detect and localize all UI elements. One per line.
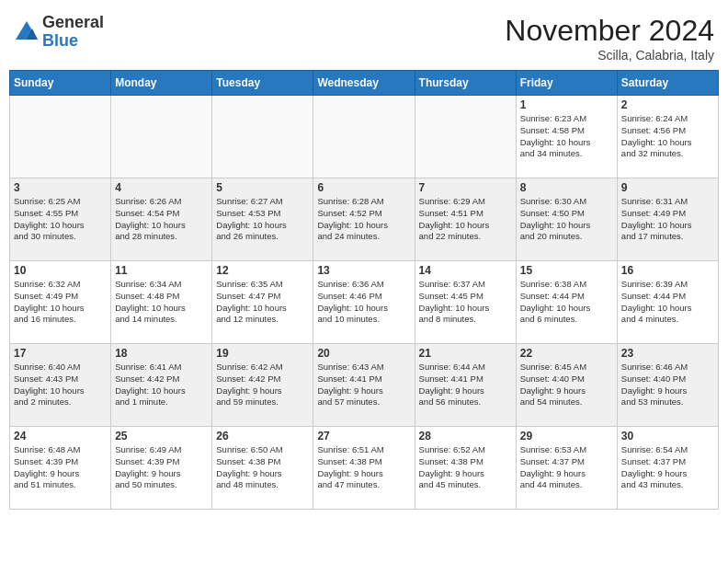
calendar-cell: 19Sunrise: 6:42 AM Sunset: 4:42 PM Dayli…	[212, 344, 313, 427]
day-info: Sunrise: 6:31 AM Sunset: 4:49 PM Dayligh…	[621, 196, 714, 243]
calendar-cell: 27Sunrise: 6:51 AM Sunset: 4:38 PM Dayli…	[313, 427, 415, 510]
day-number: 25	[115, 430, 208, 442]
day-info: Sunrise: 6:32 AM Sunset: 4:49 PM Dayligh…	[14, 279, 107, 326]
calendar-cell: 29Sunrise: 6:53 AM Sunset: 4:37 PM Dayli…	[516, 427, 617, 510]
day-number: 21	[419, 347, 512, 360]
calendar-cell: 16Sunrise: 6:39 AM Sunset: 4:44 PM Dayli…	[617, 261, 718, 344]
calendar-cell: 26Sunrise: 6:50 AM Sunset: 4:38 PM Dayli…	[212, 427, 313, 510]
calendar-table: SundayMondayTuesdayWednesdayThursdayFrid…	[9, 70, 719, 510]
calendar-body: 1Sunrise: 6:23 AM Sunset: 4:58 PM Daylig…	[10, 96, 719, 510]
day-number: 22	[520, 347, 613, 360]
day-info: Sunrise: 6:39 AM Sunset: 4:44 PM Dayligh…	[621, 279, 714, 326]
day-number: 12	[216, 264, 309, 277]
calendar-cell	[212, 96, 313, 178]
day-number: 18	[115, 347, 208, 360]
calendar-cell: 9Sunrise: 6:31 AM Sunset: 4:49 PM Daylig…	[617, 178, 718, 261]
day-number: 30	[621, 430, 714, 442]
day-info: Sunrise: 6:41 AM Sunset: 4:42 PM Dayligh…	[115, 362, 208, 408]
logo-blue-label: Blue	[42, 32, 104, 51]
month-title: November 2024	[505, 14, 714, 48]
calendar-cell: 22Sunrise: 6:45 AM Sunset: 4:40 PM Dayli…	[516, 344, 617, 427]
calendar-cell	[10, 96, 111, 178]
calendar-cell	[313, 96, 415, 178]
day-number: 13	[317, 264, 410, 277]
day-number: 7	[419, 181, 512, 194]
day-number: 6	[317, 181, 410, 194]
day-info: Sunrise: 6:29 AM Sunset: 4:51 PM Dayligh…	[419, 196, 512, 243]
calendar-cell: 25Sunrise: 6:49 AM Sunset: 4:39 PM Dayli…	[111, 427, 212, 510]
calendar-cell: 1Sunrise: 6:23 AM Sunset: 4:58 PM Daylig…	[516, 96, 617, 178]
day-number: 15	[520, 264, 613, 277]
day-number: 29	[520, 430, 613, 442]
calendar-week-row: 10Sunrise: 6:32 AM Sunset: 4:49 PM Dayli…	[10, 261, 719, 344]
calendar-cell	[415, 96, 516, 178]
day-info: Sunrise: 6:26 AM Sunset: 4:54 PM Dayligh…	[115, 196, 208, 243]
day-number: 14	[419, 264, 512, 277]
day-info: Sunrise: 6:44 AM Sunset: 4:41 PM Dayligh…	[419, 362, 512, 408]
calendar-cell: 21Sunrise: 6:44 AM Sunset: 4:41 PM Dayli…	[415, 344, 516, 427]
day-number: 27	[317, 430, 410, 442]
day-info: Sunrise: 6:43 AM Sunset: 4:41 PM Dayligh…	[317, 362, 410, 408]
day-info: Sunrise: 6:49 AM Sunset: 4:39 PM Dayligh…	[115, 444, 208, 491]
day-info: Sunrise: 6:51 AM Sunset: 4:38 PM Dayligh…	[317, 444, 410, 491]
weekday-header-wednesday: Wednesday	[313, 71, 415, 96]
day-info: Sunrise: 6:52 AM Sunset: 4:38 PM Dayligh…	[419, 444, 512, 491]
day-number: 10	[14, 264, 107, 277]
day-number: 5	[216, 181, 309, 194]
title-block: November 2024 Scilla, Calabria, Italy	[505, 14, 714, 63]
logo-general-label: General	[42, 14, 104, 32]
calendar-week-row: 1Sunrise: 6:23 AM Sunset: 4:58 PM Daylig…	[10, 96, 719, 178]
day-number: 4	[115, 181, 208, 194]
calendar-cell: 10Sunrise: 6:32 AM Sunset: 4:49 PM Dayli…	[10, 261, 111, 344]
calendar-week-row: 3Sunrise: 6:25 AM Sunset: 4:55 PM Daylig…	[10, 178, 719, 261]
calendar-week-row: 24Sunrise: 6:48 AM Sunset: 4:39 PM Dayli…	[10, 427, 719, 510]
logo: General Blue	[14, 14, 104, 51]
day-number: 26	[216, 430, 309, 442]
calendar-cell: 3Sunrise: 6:25 AM Sunset: 4:55 PM Daylig…	[10, 178, 111, 261]
day-number: 9	[621, 181, 714, 194]
weekday-header-monday: Monday	[111, 71, 212, 96]
day-info: Sunrise: 6:38 AM Sunset: 4:44 PM Dayligh…	[520, 279, 613, 326]
day-info: Sunrise: 6:24 AM Sunset: 4:56 PM Dayligh…	[621, 113, 714, 160]
day-number: 28	[419, 430, 512, 442]
calendar-cell: 23Sunrise: 6:46 AM Sunset: 4:40 PM Dayli…	[617, 344, 718, 427]
logo-text: General Blue	[42, 14, 104, 51]
day-info: Sunrise: 6:25 AM Sunset: 4:55 PM Dayligh…	[14, 196, 107, 243]
calendar-cell: 18Sunrise: 6:41 AM Sunset: 4:42 PM Dayli…	[111, 344, 212, 427]
day-info: Sunrise: 6:48 AM Sunset: 4:39 PM Dayligh…	[14, 444, 107, 491]
day-number: 1	[520, 98, 613, 111]
day-info: Sunrise: 6:42 AM Sunset: 4:42 PM Dayligh…	[216, 362, 309, 408]
calendar-cell: 13Sunrise: 6:36 AM Sunset: 4:46 PM Dayli…	[313, 261, 415, 344]
day-info: Sunrise: 6:27 AM Sunset: 4:53 PM Dayligh…	[216, 196, 309, 243]
day-info: Sunrise: 6:23 AM Sunset: 4:58 PM Dayligh…	[520, 113, 613, 160]
day-info: Sunrise: 6:54 AM Sunset: 4:37 PM Dayligh…	[621, 444, 714, 491]
day-number: 16	[621, 264, 714, 277]
day-number: 20	[317, 347, 410, 360]
day-info: Sunrise: 6:34 AM Sunset: 4:48 PM Dayligh…	[115, 279, 208, 326]
weekday-header-sunday: Sunday	[10, 71, 111, 96]
day-number: 2	[621, 98, 714, 111]
day-number: 3	[14, 181, 107, 194]
calendar-cell: 12Sunrise: 6:35 AM Sunset: 4:47 PM Dayli…	[212, 261, 313, 344]
day-info: Sunrise: 6:50 AM Sunset: 4:38 PM Dayligh…	[216, 444, 309, 491]
calendar-cell: 17Sunrise: 6:40 AM Sunset: 4:43 PM Dayli…	[10, 344, 111, 427]
day-number: 19	[216, 347, 309, 360]
day-info: Sunrise: 6:30 AM Sunset: 4:50 PM Dayligh…	[520, 196, 613, 243]
weekday-header-saturday: Saturday	[617, 71, 718, 96]
calendar-cell: 7Sunrise: 6:29 AM Sunset: 4:51 PM Daylig…	[415, 178, 516, 261]
calendar-cell: 2Sunrise: 6:24 AM Sunset: 4:56 PM Daylig…	[617, 96, 718, 178]
calendar-cell: 14Sunrise: 6:37 AM Sunset: 4:45 PM Dayli…	[415, 261, 516, 344]
location-label: Scilla, Calabria, Italy	[505, 48, 714, 63]
calendar-cell: 30Sunrise: 6:54 AM Sunset: 4:37 PM Dayli…	[617, 427, 718, 510]
calendar-cell: 8Sunrise: 6:30 AM Sunset: 4:50 PM Daylig…	[516, 178, 617, 261]
weekday-header-friday: Friday	[516, 71, 617, 96]
logo-icon	[14, 19, 40, 45]
day-info: Sunrise: 6:36 AM Sunset: 4:46 PM Dayligh…	[317, 279, 410, 326]
day-info: Sunrise: 6:40 AM Sunset: 4:43 PM Dayligh…	[14, 362, 107, 408]
weekday-header-row: SundayMondayTuesdayWednesdayThursdayFrid…	[10, 71, 719, 96]
calendar-cell: 20Sunrise: 6:43 AM Sunset: 4:41 PM Dayli…	[313, 344, 415, 427]
calendar-cell: 6Sunrise: 6:28 AM Sunset: 4:52 PM Daylig…	[313, 178, 415, 261]
day-info: Sunrise: 6:35 AM Sunset: 4:47 PM Dayligh…	[216, 279, 309, 326]
day-info: Sunrise: 6:28 AM Sunset: 4:52 PM Dayligh…	[317, 196, 410, 243]
calendar-cell: 28Sunrise: 6:52 AM Sunset: 4:38 PM Dayli…	[415, 427, 516, 510]
